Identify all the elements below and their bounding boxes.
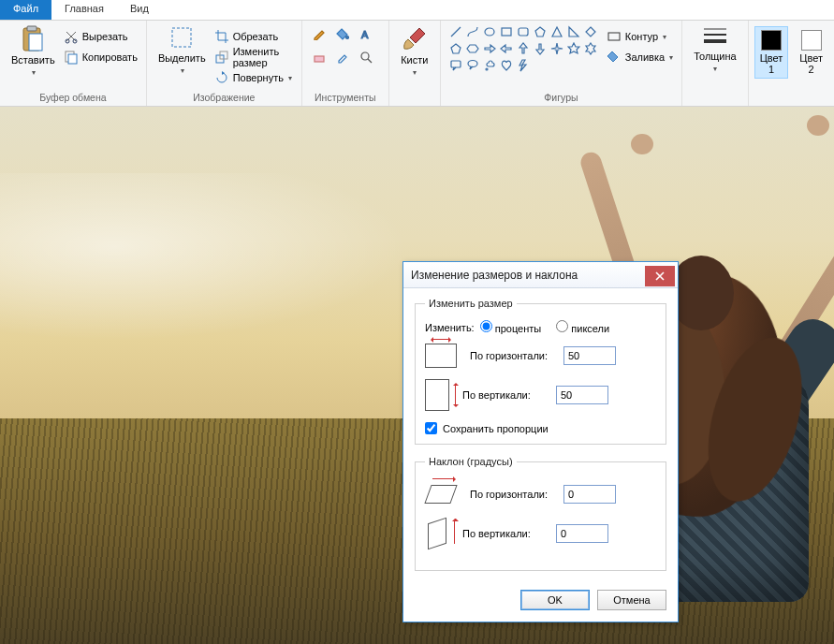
skew-legend: Наклон (градусы): [425, 456, 517, 467]
shape-star6[interactable]: [583, 41, 598, 56]
resize-fieldset: Изменить размер Изменить: проценты пиксе…: [415, 298, 666, 445]
magnifier-tool[interactable]: [358, 50, 373, 65]
resize-legend: Изменить размер: [425, 298, 517, 309]
svg-marker-23: [551, 43, 563, 54]
shape-arrow-u[interactable]: [516, 41, 531, 56]
shape-arrow-d[interactable]: [533, 41, 548, 56]
shape-line[interactable]: [448, 24, 463, 39]
shape-triangle[interactable]: [549, 24, 564, 39]
svg-rect-12: [315, 56, 324, 62]
svg-rect-26: [451, 61, 461, 67]
resize-by-label: Изменить:: [425, 322, 475, 333]
aspect-checkbox[interactable]: [425, 422, 437, 434]
group-colors: Цвет 1 Цвет 2 .: [749, 21, 834, 106]
stroke-width-button[interactable]: Толщина▾: [688, 22, 742, 77]
stroke-icon: [701, 24, 729, 49]
resize-dialog: Изменение размеров и наклона Изменить ра…: [402, 261, 679, 622]
dialog-title: Изменение размеров и наклона: [411, 269, 645, 282]
shape-polygon[interactable]: [533, 24, 548, 39]
radio-percent-label[interactable]: проценты: [480, 320, 542, 334]
picker-tool[interactable]: [335, 50, 350, 65]
svg-marker-22: [467, 45, 478, 52]
cut-button[interactable]: Вырезать: [61, 27, 140, 46]
shape-arrow-r[interactable]: [482, 41, 497, 56]
paste-button[interactable]: Вставить▾: [6, 22, 61, 80]
shape-roundrect[interactable]: [516, 24, 531, 39]
shape-star4[interactable]: [549, 41, 564, 56]
svg-rect-16: [519, 28, 528, 36]
tab-file[interactable]: Файл: [0, 0, 51, 20]
group-image: Выделить▾ Обрезать Изменить размер Повер…: [147, 21, 302, 106]
svg-rect-15: [502, 28, 511, 36]
pencil-tool[interactable]: [312, 26, 327, 41]
group-image-label: Изображение: [193, 91, 255, 106]
group-tools: A Инструменты: [302, 21, 389, 106]
tab-view[interactable]: Вид: [117, 0, 162, 20]
shape-star5[interactable]: [566, 41, 581, 56]
paste-icon: [20, 24, 46, 52]
dialog-titlebar[interactable]: Изменение размеров и наклона: [403, 262, 678, 288]
svg-marker-21: [451, 44, 461, 53]
svg-marker-29: [519, 60, 526, 71]
shape-arrow-l[interactable]: [499, 41, 514, 56]
brush-icon: [401, 24, 429, 52]
copy-button[interactable]: Копировать: [61, 48, 140, 66]
outline-button[interactable]: Контур▾: [604, 27, 676, 46]
ok-button[interactable]: OK: [520, 590, 590, 610]
shape-hexagon[interactable]: [465, 41, 480, 56]
group-stroke: Толщина▾ .: [682, 21, 749, 106]
vert-input[interactable]: [556, 386, 608, 404]
shape-callout-cloud[interactable]: [482, 58, 497, 73]
svg-rect-7: [172, 28, 191, 47]
color1-button[interactable]: Цвет 1: [754, 26, 789, 79]
shape-callout-oval[interactable]: [465, 58, 480, 73]
shape-right-triangle[interactable]: [566, 24, 581, 39]
rotate-button[interactable]: Повернуть▾: [212, 68, 296, 87]
close-button[interactable]: [645, 266, 675, 286]
select-button[interactable]: Выделить▾: [153, 22, 212, 79]
brush-button[interactable]: Кисти▾: [395, 22, 434, 80]
horiz-input[interactable]: [563, 346, 616, 365]
resize-icon: [214, 50, 229, 65]
shape-oval[interactable]: [482, 24, 497, 39]
crop-icon: [214, 29, 229, 44]
svg-rect-6: [68, 54, 77, 64]
shape-heart[interactable]: [499, 58, 514, 73]
shape-lightning[interactable]: [516, 58, 531, 73]
group-tools-label: Инструменты: [315, 91, 375, 106]
crop-button[interactable]: Обрезать: [212, 27, 296, 46]
text-tool[interactable]: A: [358, 26, 373, 41]
fill-button[interactable]: Заливка▾: [604, 48, 676, 66]
svg-marker-25: [586, 43, 595, 54]
radio-percent[interactable]: [480, 320, 492, 332]
shape-pentagon[interactable]: [448, 41, 463, 56]
radio-pixels-label[interactable]: пиксели: [556, 320, 609, 334]
fill-icon: [607, 50, 622, 65]
aspect-checkbox-label[interactable]: Сохранить пропорции: [425, 422, 656, 434]
svg-rect-1: [27, 26, 37, 31]
tab-home[interactable]: Главная: [51, 0, 117, 20]
skew-fieldset: Наклон (градусы) По горизонтали: По верт…: [415, 456, 666, 571]
svg-marker-19: [569, 27, 578, 37]
shape-curve[interactable]: [465, 24, 480, 39]
radio-pixels[interactable]: [556, 320, 568, 332]
svg-point-13: [361, 52, 369, 60]
svg-point-10: [345, 37, 348, 39]
shapes-gallery[interactable]: [446, 22, 600, 75]
shape-callout-rect[interactable]: [448, 58, 463, 73]
svg-rect-30: [608, 33, 620, 40]
skew-vert-input[interactable]: [556, 524, 608, 543]
eraser-tool[interactable]: [312, 50, 327, 65]
cancel-button[interactable]: Отмена: [597, 590, 666, 610]
skew-horiz-input[interactable]: [563, 485, 616, 504]
close-icon: [655, 271, 665, 281]
color2-button[interactable]: Цвет 2: [794, 26, 828, 79]
canvas-area[interactable]: Изменение размеров и наклона Изменить ра…: [0, 107, 834, 644]
resize-button[interactable]: Изменить размер: [212, 48, 296, 66]
fill-tool[interactable]: [335, 26, 350, 41]
shape-rect[interactable]: [499, 24, 514, 39]
svg-point-28: [486, 68, 488, 70]
group-clipboard-label: Буфер обмена: [39, 91, 106, 106]
svg-point-14: [485, 28, 494, 36]
shape-diamond[interactable]: [583, 24, 598, 39]
